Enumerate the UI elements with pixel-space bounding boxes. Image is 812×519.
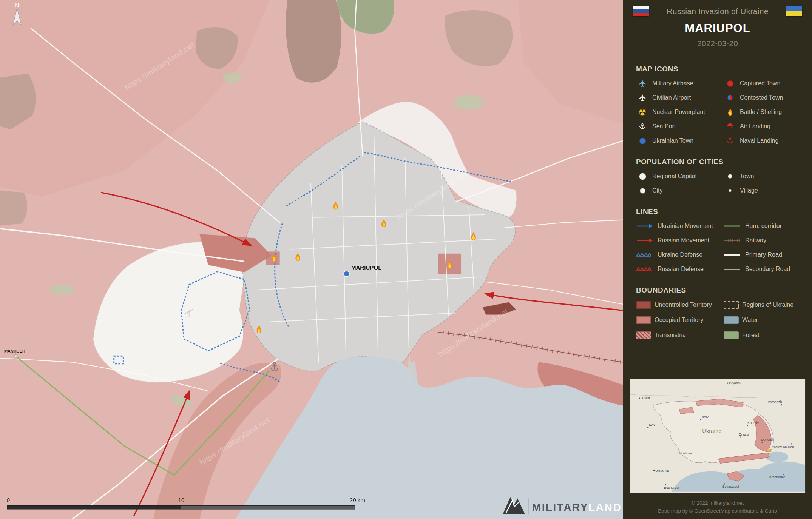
- legend-item: Sea Port: [636, 119, 724, 134]
- population-legend: Regional Capital Town City Village: [623, 169, 812, 198]
- legend-item: Water: [724, 313, 809, 328]
- legend-item: Military Airbase: [636, 76, 724, 91]
- humanitarian-corridor-icon: [724, 223, 742, 229]
- town-icon: [724, 174, 736, 179]
- legend-item: Regional Capital: [636, 169, 724, 183]
- battle-shelling-icon: [724, 108, 736, 116]
- map-icons-heading: MAP ICONS: [623, 65, 812, 73]
- legend-item: Railway: [724, 233, 809, 248]
- occupied-territory-swatch: [636, 316, 651, 324]
- transnistria-swatch: [636, 331, 651, 339]
- svg-text:Voronezh: Voronezh: [768, 400, 782, 404]
- svg-text:Kharkiv: Kharkiv: [747, 421, 759, 425]
- manhush-town-dot: [14, 355, 17, 357]
- legend-item: Air Landing: [724, 119, 809, 134]
- sea-port-legend-icon: [636, 123, 649, 130]
- naval-landing-icon: [724, 137, 736, 145]
- legend-item: Uncontrolled Territory: [636, 297, 724, 313]
- legend-item: Regions of Ukraine: [724, 297, 809, 313]
- divider: [631, 55, 804, 55]
- mariupol-town-dot: [344, 271, 349, 277]
- legend-item: Ukrainian Movement: [636, 219, 724, 233]
- overview-minimap: Bryansk Brest Voronezh Kyiv Lviv Kharkiv…: [630, 379, 805, 493]
- legend-item: Hum. corridor: [724, 219, 809, 233]
- legend-item: Civilian Airport: [636, 91, 724, 105]
- legend-item: Occupied Territory: [636, 313, 724, 328]
- regional-capital-icon: [636, 173, 649, 180]
- svg-text:Rostov-on-Don: Rostov-on-Don: [772, 445, 794, 449]
- svg-text:Moldova: Moldova: [679, 451, 692, 455]
- legend-item: Russian Movement: [636, 233, 724, 248]
- lines-heading: LINES: [623, 208, 812, 216]
- svg-text:Brest: Brest: [642, 396, 650, 400]
- regions-of-ukraine-swatch: [724, 301, 739, 309]
- svg-text:Krasnodar: Krasnodar: [769, 475, 785, 479]
- sidebar-footer: © 2022 militaryland.net Base map by © Op…: [623, 499, 812, 515]
- legend-item: Russian Defense: [636, 262, 724, 276]
- map-series-title: Russian Invasion of Ukraine: [649, 7, 786, 16]
- legend-sidebar: Russian Invasion of Ukraine MARIUPOL 202…: [623, 0, 812, 519]
- svg-text:10: 10: [178, 497, 185, 503]
- mariupol-label: MARIUPOL: [351, 264, 381, 271]
- svg-text:0: 0: [7, 497, 10, 503]
- water-swatch: [724, 316, 739, 324]
- railway-icon: [724, 237, 742, 244]
- legend-item: Transnistria: [636, 328, 724, 343]
- svg-text:Kyiv: Kyiv: [702, 415, 709, 419]
- legend-item: Battle / Shelling: [724, 105, 809, 119]
- uncontrolled-territory-swatch: [636, 301, 651, 309]
- svg-text:N: N: [15, 3, 19, 8]
- population-heading: POPULATION OF CITIES: [623, 158, 812, 166]
- svg-text:Bucharest: Bucharest: [664, 486, 679, 490]
- forest-swatch: [724, 331, 739, 339]
- boundaries-heading: BOUNDARIES: [623, 286, 812, 294]
- svg-text:MILITARYLAND: MILITARYLAND: [532, 501, 622, 513]
- basemap-credit-line: Base map by © OpenStreetMap contributors…: [623, 507, 812, 515]
- svg-text:Ukraine: Ukraine: [702, 428, 722, 434]
- secondary-road-icon: [724, 266, 742, 273]
- legend-item: Naval Landing: [724, 134, 809, 148]
- svg-text:Dnipro: Dnipro: [739, 433, 749, 436]
- nuclear-powerplant-icon: [636, 108, 649, 116]
- legend-item: Captured Town: [724, 76, 809, 91]
- copyright-line: © 2022 militaryland.net: [623, 499, 812, 507]
- legend-item: Contested Town: [724, 91, 809, 105]
- legend-item: Town: [724, 169, 809, 183]
- ukrainian-town-icon: [636, 138, 649, 144]
- lines-legend: Ukrainian Movement Hum. corridor Russian…: [623, 219, 812, 276]
- legend-item: Forest: [724, 328, 809, 343]
- russian-defense-icon: [636, 266, 654, 273]
- manhush-label: MANHUSH: [4, 349, 25, 353]
- sidebar-header: Russian Invasion of Ukraine: [623, 0, 812, 16]
- legend-item: Ukrainian Town: [636, 134, 724, 148]
- legend-item: Nuclear Powerplant: [636, 105, 724, 119]
- military-airbase-icon: [636, 79, 649, 88]
- legend-item: Secondary Road: [724, 262, 809, 276]
- legend-item: City: [636, 183, 724, 198]
- boundaries-legend: Uncontrolled Territory Regions of Ukrain…: [623, 297, 812, 343]
- ukraine-defense-icon: [636, 251, 654, 258]
- svg-text:20 km: 20 km: [350, 497, 365, 503]
- svg-text:Bryansk: Bryansk: [729, 381, 742, 385]
- svg-text:Sevastopol: Sevastopol: [722, 485, 739, 488]
- russia-flag-icon: [633, 6, 649, 16]
- air-landing-icon: [724, 123, 736, 130]
- minimap-mariupol-marker: [767, 449, 771, 452]
- svg-text:Romania: Romania: [653, 468, 670, 473]
- legend-item: Village: [724, 183, 809, 198]
- svg-text:Donetsk: Donetsk: [761, 438, 774, 442]
- map-canvas[interactable]: MARIUPOL MANHUSH N https://militaryland.…: [0, 0, 623, 519]
- ukraine-flag-icon: [786, 6, 802, 16]
- legend-item: Ukraine Defense: [636, 248, 724, 262]
- captured-town-icon: [724, 80, 736, 87]
- svg-text:Lviv: Lviv: [649, 423, 655, 427]
- legend-item: Primary Road: [724, 248, 809, 262]
- russian-movement-icon: [636, 237, 654, 244]
- ukrainian-movement-icon: [636, 223, 654, 229]
- village-icon: [724, 189, 736, 192]
- map-date: 2022-03-20: [623, 39, 812, 48]
- map-icons-legend: Military Airbase Captured Town Civilian …: [623, 76, 812, 148]
- contested-town-icon: [724, 94, 736, 101]
- page-title: MARIUPOL: [623, 22, 812, 35]
- city-icon: [636, 188, 649, 194]
